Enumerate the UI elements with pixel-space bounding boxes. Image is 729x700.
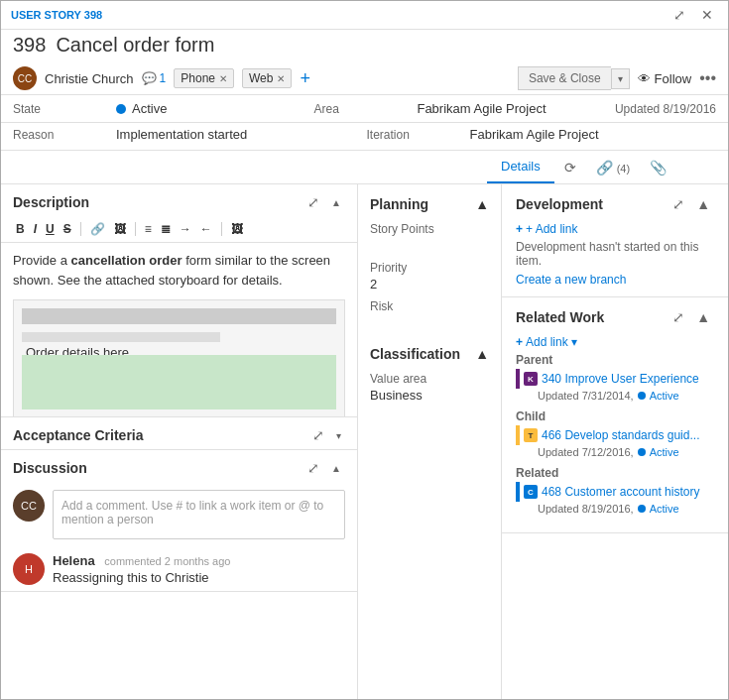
add-link-icon: +	[516, 222, 523, 236]
discussion-collapse-btn[interactable]: ▲	[327, 461, 345, 476]
editor-content[interactable]: Provide a cancellation order form simila…	[1, 243, 357, 416]
description-text: Provide a cancellation order form simila…	[13, 251, 345, 290]
acceptance-section: Acceptance Criteria ⤢ ▾	[1, 417, 357, 450]
mockup-bar-2	[22, 332, 220, 342]
classification-group: Classification ▲ Value area Business	[370, 346, 489, 403]
maximize-button[interactable]: ⤢	[668, 5, 690, 25]
work-item-type-link[interactable]: USER STORY 398	[11, 9, 102, 21]
window-controls: ⤢ ✕	[668, 5, 718, 25]
description-expand-btn[interactable]: ⤢	[304, 192, 323, 212]
related-work-title: Related Work	[516, 309, 604, 325]
planning-title: Planning ▲	[370, 196, 489, 212]
planning-collapse-icon[interactable]: ▲	[475, 196, 489, 212]
mockup-bar-1	[22, 308, 336, 324]
tabs-row: Details ⟳ 🔗 (4) 📎	[1, 151, 728, 184]
dev-collapse-btn[interactable]: ▲	[692, 194, 714, 214]
iteration-label: Iteration	[367, 128, 466, 142]
save-dropdown-button[interactable]: ▾	[611, 68, 630, 89]
child-item-link[interactable]: 466 Develop standards guid...	[542, 428, 714, 442]
work-item-id: 398	[13, 34, 46, 57]
related-item: Related C 468 Customer account history U…	[516, 466, 714, 515]
underline-button[interactable]: U	[43, 220, 58, 238]
classification-collapse-icon[interactable]: ▲	[475, 346, 489, 362]
development-title: Development	[516, 196, 603, 212]
story-points-value	[370, 238, 489, 253]
value-area-label: Value area	[370, 372, 489, 386]
related-active-dot	[638, 505, 646, 513]
priority-value: 2	[370, 277, 489, 292]
related-item-link[interactable]: 468 Customer account history	[542, 485, 714, 499]
tab-attachment[interactable]: 📎	[640, 152, 676, 183]
italic-button[interactable]: I	[31, 220, 40, 238]
tag-web-label: Web	[249, 71, 273, 85]
acceptance-expand-btn[interactable]: ⤢	[308, 425, 328, 445]
risk-label: Risk	[370, 299, 489, 313]
tag-phone: Phone ✕	[174, 68, 234, 88]
remove-phone-tag[interactable]: ✕	[219, 73, 227, 84]
related-expand-btn[interactable]: ⤢	[668, 307, 688, 327]
indent-button[interactable]: →	[177, 220, 194, 238]
dev-add-link-button[interactable]: + + Add link	[516, 222, 577, 236]
more-button[interactable]: •••	[699, 69, 716, 87]
discussion-expand-btn[interactable]: ⤢	[304, 458, 323, 478]
discussion-header: Discussion ⤢ ▲	[1, 450, 357, 482]
bold-button[interactable]: B	[13, 220, 28, 238]
related-controls: ⤢ ▲	[668, 307, 714, 327]
parent-active-text: Active	[650, 390, 679, 402]
comment-author: Helena	[53, 553, 95, 568]
acceptance-header: Acceptance Criteria ⤢ ▾	[1, 417, 357, 449]
assigned-to-name: Christie Church	[45, 71, 134, 86]
comment-time: commented 2 months ago	[104, 555, 230, 567]
ul-button[interactable]: ≡	[142, 220, 155, 238]
acceptance-controls: ⤢ ▾	[308, 425, 345, 445]
acceptance-collapse-btn[interactable]: ▾	[332, 428, 345, 443]
description-section: Description ⤢ ▲ B I U S 🔗 🖼 ≡ ≣ → ←	[1, 184, 357, 417]
outdent-button[interactable]: ←	[197, 220, 215, 238]
priority-label: Priority	[370, 261, 489, 275]
updated-text: Updated 8/19/2016	[615, 102, 716, 116]
dev-controls: ⤢ ▲	[668, 194, 714, 214]
child-type-icon: T	[524, 428, 538, 442]
work-item-title: Cancel order form	[56, 34, 214, 57]
top-bar-left: USER STORY 398	[11, 9, 102, 21]
description-collapse-btn[interactable]: ▲	[327, 195, 345, 210]
follow-button[interactable]: 👁 Follow	[638, 71, 692, 86]
related-add-link-button[interactable]: + Add link ▾	[516, 335, 577, 349]
strikethrough-button[interactable]: S	[61, 220, 74, 238]
child-link-row: T 466 Develop standards guid...	[516, 425, 714, 445]
state-label: State	[13, 102, 112, 116]
follow-icon: 👁	[638, 71, 651, 86]
tab-details[interactable]: Details	[487, 151, 554, 183]
related-work-section: Related Work ⤢ ▲ + Add link ▾ Parent K 3…	[502, 297, 728, 533]
tab-history[interactable]: ⟳	[554, 152, 586, 183]
ol-button[interactable]: ≣	[158, 220, 174, 238]
related-collapse-btn[interactable]: ▲	[692, 307, 714, 327]
create-branch-link[interactable]: Create a new branch	[516, 273, 626, 287]
reason-label: Reason	[13, 128, 112, 142]
commenter-avatar: H	[13, 553, 45, 585]
tab-links[interactable]: 🔗 (4)	[586, 152, 640, 183]
description-header: Description ⤢ ▲	[1, 184, 357, 216]
parent-meta: Updated 7/31/2014, Active	[538, 390, 714, 402]
link-button[interactable]: 🔗	[87, 220, 108, 238]
image-link-button[interactable]: 🖼	[111, 220, 129, 238]
tag-phone-label: Phone	[181, 71, 215, 85]
remove-web-tag[interactable]: ✕	[277, 73, 285, 84]
state-text: Active	[132, 101, 167, 116]
state-indicator	[116, 104, 126, 114]
add-tag-button[interactable]: +	[300, 69, 310, 87]
parent-label: Parent	[516, 353, 714, 367]
parent-item-link[interactable]: 340 Improve User Experience	[542, 372, 714, 386]
classification-title: Classification ▲	[370, 346, 489, 362]
discussion-input-row: CC Add a comment. Use # to link a work i…	[1, 482, 357, 547]
description-title: Description	[13, 194, 89, 210]
close-button[interactable]: ✕	[696, 5, 718, 25]
dev-expand-btn[interactable]: ⤢	[668, 194, 688, 214]
image-button[interactable]: 🖼	[228, 220, 246, 238]
comment-text: Reassigning this to Christie	[53, 570, 345, 585]
left-panel: Description ⤢ ▲ B I U S 🔗 🖼 ≡ ≣ → ←	[1, 184, 358, 700]
discussion-section: Discussion ⤢ ▲ CC Add a comment. Use # t…	[1, 450, 357, 592]
comment-badge[interactable]: 💬 1	[142, 71, 167, 85]
save-close-button[interactable]: Save & Close	[518, 66, 611, 90]
comment-input[interactable]: Add a comment. Use # to link a work item…	[53, 490, 345, 539]
